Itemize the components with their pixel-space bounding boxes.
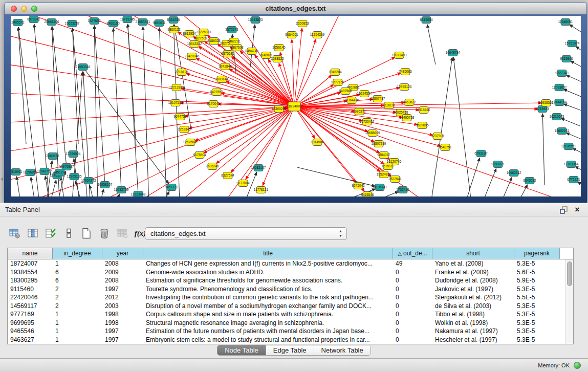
graph-edge[interactable] <box>128 24 136 146</box>
graph-edge[interactable] <box>575 166 581 173</box>
table-cell[interactable]: 1 <box>53 310 102 319</box>
graph-edge[interactable] <box>542 114 545 185</box>
table-cell[interactable]: Tourette syndrome. Phenomenology and cla… <box>143 285 393 294</box>
graph-edge[interactable] <box>294 106 380 172</box>
table-cell[interactable]: 0 <box>393 327 432 336</box>
table-cell[interactable]: Investigating the contribution of common… <box>143 293 393 302</box>
graph-edge[interactable] <box>90 185 95 196</box>
table-cell[interactable]: 5.5E-5 <box>514 293 560 302</box>
table-row[interactable]: 1872400712008Changes of HCN gene express… <box>8 259 573 268</box>
graph-edge[interactable] <box>576 46 581 54</box>
table-cell[interactable]: 5.3E-5 <box>514 302 560 311</box>
table-cell[interactable]: 0 <box>393 302 432 311</box>
table-cell[interactable]: 22420046 <box>8 293 53 302</box>
graph-edge[interactable] <box>479 168 496 196</box>
table-row[interactable]: 911546021997Tourette syndrome. Phenomeno… <box>8 285 573 294</box>
graph-edge[interactable] <box>31 177 35 196</box>
graph-edge[interactable] <box>578 182 581 189</box>
graph-edge[interactable] <box>18 27 26 144</box>
scrollbar-thumb[interactable] <box>567 261 572 286</box>
table-cell[interactable]: 9777169 <box>8 310 53 319</box>
table-cell[interactable]: 5.3E-5 <box>514 310 560 319</box>
graph-edge[interactable] <box>463 158 480 196</box>
table-row[interactable]: 977716911998Corpus callosum shape and si… <box>8 310 573 319</box>
table-cell[interactable]: 9115460 <box>8 285 53 294</box>
graph-edge[interactable] <box>570 25 581 34</box>
table-cell[interactable]: 6 <box>53 268 102 277</box>
table-cell[interactable]: 5.9E-5 <box>514 276 560 285</box>
graph-edge[interactable] <box>229 69 294 106</box>
table-cell[interactable]: 2 <box>53 285 102 294</box>
table-cell[interactable]: 1 <box>53 336 102 344</box>
column-header-name[interactable]: name <box>8 248 53 259</box>
table-cell[interactable]: 1997 <box>102 336 143 344</box>
graph-edge[interactable] <box>254 55 294 106</box>
table-cell[interactable]: Yano et al. (2008) <box>432 259 514 268</box>
delete-table-icon[interactable] <box>98 227 111 240</box>
table-cell[interactable]: 49 <box>393 259 432 268</box>
table-cell[interactable]: 5.6E-5 <box>514 268 560 277</box>
table-cell[interactable]: 0 <box>393 336 432 344</box>
graph-edge[interactable] <box>431 57 452 196</box>
graph-edge[interactable] <box>561 118 580 126</box>
column-header-title[interactable]: title <box>143 248 393 259</box>
graph-edge[interactable] <box>231 57 294 106</box>
table-cell[interactable]: 5.3E-5 <box>514 327 560 336</box>
table-cell[interactable]: 0 <box>393 310 432 319</box>
column-header-pagerank[interactable]: pagerank <box>514 248 560 259</box>
table-cell[interactable]: 1 <box>53 259 102 268</box>
table-row[interactable]: 1456911722003Disruption of a novel membe… <box>8 302 573 311</box>
table-cell[interactable]: 1 <box>53 327 102 336</box>
memory-status-indicator[interactable] <box>574 362 581 369</box>
graph-edge[interactable] <box>83 67 169 184</box>
table-row[interactable]: 969969511998Structural magnetic resonanc… <box>8 319 573 327</box>
tab-network-table[interactable]: Network Table <box>314 345 371 355</box>
table-cell[interactable]: Corpus callosum shape and size in male p… <box>143 310 393 319</box>
graph-edge[interactable] <box>173 25 180 196</box>
table-cell[interactable]: 1997 <box>102 327 143 336</box>
graph-edge[interactable] <box>427 25 435 64</box>
table-cell[interactable]: 9465546 <box>8 327 53 336</box>
tab-edge-table[interactable]: Edge Table <box>266 345 314 355</box>
graph-edge[interactable] <box>512 185 528 196</box>
window-titlebar[interactable]: citations_edges.txt <box>5 3 586 14</box>
graph-edge[interactable] <box>139 106 294 196</box>
table-cell[interactable]: Dudbridge et al. (2008) <box>432 276 514 285</box>
table-cell[interactable]: 2008 <box>102 276 143 285</box>
table-cell[interactable]: 1998 <box>102 319 143 327</box>
merge-rows-icon[interactable] <box>62 227 75 240</box>
graph-edge[interactable] <box>571 61 581 69</box>
tab-node-table[interactable]: Node Table <box>217 345 266 355</box>
table-cell[interactable]: Genome-wide association studies in ADHD. <box>143 268 393 277</box>
graph-edge[interactable] <box>563 89 581 97</box>
select-columns-icon[interactable] <box>44 227 57 240</box>
graph-edge[interactable] <box>453 57 471 196</box>
table-cell[interactable]: 5.3E-5 <box>514 336 560 344</box>
table-cell[interactable]: 2 <box>53 293 102 302</box>
table-cell[interactable]: 0 <box>393 319 432 327</box>
column-header-short[interactable]: short <box>432 248 514 259</box>
table-cell[interactable]: 0 <box>393 285 432 294</box>
panel-collapse-handle[interactable] <box>1 177 3 181</box>
table-row[interactable]: 1830029562008Estimation of significance … <box>8 276 573 285</box>
table-cell[interactable]: Embryonic stem cells: a model to study s… <box>143 336 393 344</box>
table-cell[interactable]: Franke et al. (2009) <box>432 268 514 277</box>
graph-edge[interactable] <box>573 148 581 155</box>
table-cell[interactable]: 19384554 <box>8 268 53 277</box>
panel-close-icon[interactable]: × <box>573 205 582 214</box>
show-columns-icon[interactable] <box>26 227 39 240</box>
column-header-in_degree[interactable]: in_degree <box>53 248 102 259</box>
table-cell[interactable]: 18300295 <box>8 276 53 285</box>
table-settings-icon[interactable] <box>8 227 21 240</box>
table-cell[interactable]: 1997 <box>102 285 143 294</box>
column-header-year[interactable]: year <box>102 248 143 259</box>
graph-edge[interactable] <box>294 106 581 196</box>
table-row[interactable]: 946362711997Embryonic stem cells: a mode… <box>8 336 573 344</box>
table-cell[interactable]: Hescheler et al. (1997) <box>432 336 514 344</box>
table-row[interactable]: 1938455462009Genome-wide association stu… <box>8 268 573 277</box>
table-cell[interactable]: Nakamura et al. (1997) <box>432 327 514 336</box>
vertical-scrollbar[interactable] <box>565 259 573 344</box>
table-cell[interactable]: 1 <box>53 319 102 327</box>
table-cell[interactable]: Wolkin et al. (1998) <box>432 319 514 327</box>
table-cell[interactable]: 18724007 <box>8 259 53 268</box>
